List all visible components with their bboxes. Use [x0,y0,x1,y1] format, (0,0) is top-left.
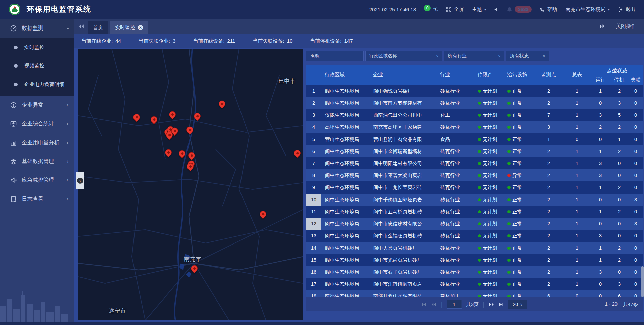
tabs-scroll-left-icon[interactable] [78,24,84,29]
table-row[interactable]: 17 阆中生态环境局 阆中市江南镇阆南页岩 砖瓦行业 无计划 正常 2 1 0 … [306,278,643,290]
table-row[interactable]: 5 营山生态环境局 营山县润丰肉食品有限 食品 无计划 正常 1 0 0 1 0 [306,133,643,145]
stat-value: 147 [344,38,353,44]
table-row[interactable]: 8 阆中生态环境局 阆中市枣碧大梁山页岩 砖瓦行业 无计划 异常 2 1 3 0… [306,169,643,181]
first-page-button[interactable] [422,302,427,307]
fullscreen-button[interactable]: 全屏 [446,6,464,13]
sidebar-item-日志查看[interactable]: 日志查看 ‹ [0,189,74,208]
row-facility-status: 正常 [504,145,535,157]
help-button[interactable]: 帮助 [540,6,557,13]
speaker-icon [494,7,499,12]
chevron-icon: ‹ [65,27,70,29]
table-row[interactable]: 13 阆中生态环境局 阆中市金福旺页岩机砖 砖瓦行业 无计划 正常 2 1 3 … [306,230,643,242]
row-running: 3 [591,157,610,169]
name-filter-field[interactable] [306,51,364,61]
tabs-scroll-right-icon[interactable] [599,24,605,29]
status-select[interactable]: 所有状态 ∨ [506,51,549,61]
chevron-icon: ‹ [67,121,68,126]
next-page-button[interactable] [489,302,494,307]
table-row[interactable]: 6 阆中生态环境局 阆中市金博瑞新型墙材 砖瓦行业 无计划 正常 2 1 1 2… [306,145,643,157]
sidebar-subitem-企业电力负荷明细[interactable]: 企业电力负荷明细 [0,75,74,94]
total-pages-label: 共3页 [466,301,478,308]
row-stopped: 2 [610,85,629,97]
tab-close-icon[interactable]: ✕ [138,25,143,30]
row-index: 8 [306,169,321,181]
bar-chart-icon [10,139,17,146]
tab-实时监控[interactable]: 实时监控 ✕ [110,21,148,34]
divider: | [441,301,443,308]
tabs-container: 首页 实时监控 ✕ [88,21,150,34]
sidebar-subitem-视频监控[interactable]: 视频监控 [0,57,74,75]
sidebar-collapse-button[interactable]: ‹ [76,172,84,189]
stat-item: 当前失联设备: 10 [253,38,292,44]
map-panel[interactable]: 巴中市南充市遂宁市 [78,49,303,320]
tab-首页[interactable]: 首页 [88,21,108,34]
notifications-button[interactable]: 2632 [507,6,532,13]
table-row[interactable]: 15 阆中生态环境局 阆中市光富页岩机砖厂 砖瓦行业 无计划 正常 2 1 1 … [306,254,643,266]
table-row[interactable]: 4 高坪生态环境局 南充市高坪区王家店建 砖瓦行业 无计划 正常 3 1 2 2… [306,121,643,133]
row-facility-status: 正常 [504,242,535,254]
total-records-label: 共47条 [623,301,638,308]
sidebar-item-企业综合统计[interactable]: 企业综合统计 ‹ [0,114,74,133]
row-running: 1 [591,181,610,194]
chevron-icon: ‹ [67,196,68,202]
page-size-select[interactable]: 20 ∨ [508,300,527,309]
table-row[interactable]: 16 阆中生态环境局 阆中市石子页岩机砖厂 砖瓦行业 无计划 正常 2 1 3 … [306,266,643,278]
temperature-unit: ℃ [433,7,438,12]
table-row[interactable]: 10 阆中生态环境局 阆中千佛镇五郎垭页岩 砖瓦行业 无计划 正常 2 1 0 … [306,194,643,206]
close-operations-button[interactable]: 关闭操作 [616,23,636,30]
table-row[interactable]: 14 阆中生态环境局 阆中大兴页岩机砖厂 砖瓦行业 无计划 正常 2 1 1 2… [306,242,643,254]
sidebar-item-企业异常[interactable]: 企业异常 ‹ [0,96,74,114]
row-region: 高坪生态环境局 [321,121,370,133]
row-facility-status: 正常 [504,218,535,230]
header-right: 2021-02-25 17:46:18 0 ℃ 全屏 主题 ▾ [369,6,644,13]
table-row[interactable]: 3 仪陇生态环境局 西南油气田分公司川中 化工 无计划 正常 7 1 3 5 0 [306,109,643,121]
sidebar-item-应急减排管理[interactable]: 应急减排管理 ‹ [0,171,74,189]
row-monitor-points: 2 [535,278,563,290]
row-facility-status: 正常 [504,157,535,169]
row-region: 阆中生态环境局 [321,194,370,206]
status-dot-icon [507,295,511,298]
table-row[interactable]: 11 阆中生态环境局 阆中市五马桥页岩机砖 砖瓦行业 无计划 正常 2 1 1 … [306,206,643,218]
page-number-input[interactable] [447,300,462,309]
col-meters: 总表 [563,65,591,85]
row-running: 1 [591,242,610,254]
region-select[interactable]: 行政区域名称 ∨ [365,51,442,61]
theme-dropdown[interactable]: 主题 ▾ [472,6,486,13]
row-index: 13 [306,230,321,242]
row-region: 阆中生态环境局 [321,218,370,230]
row-stopped: 6 [610,290,629,297]
org-dropdown[interactable]: 南充市生态环境局 ▾ [565,6,610,13]
row-meters: 1 [563,97,591,109]
sidebar-item-基础数据管理[interactable]: 基础数据管理 ‹ [0,152,74,171]
row-index: 17 [306,278,321,290]
sidebar-item-label: 日志查看 [22,196,43,203]
row-index: 7 [306,157,321,169]
row-monitor-points: 2 [535,242,563,254]
status-dot-icon [507,138,511,141]
mute-button[interactable] [494,7,499,12]
stat-value: 44 [115,38,121,44]
sidebar-item-企业用电量分析[interactable]: 企业用电量分析 ‹ [0,133,74,152]
chevron-down-icon: ∨ [543,54,545,58]
sidebar-subitem-实时监控[interactable]: 实时监控 [0,38,74,57]
table-row[interactable]: 1 阆中生态环境局 阆中强锐页岩砖厂 砖瓦行业 无计划 正常 2 1 1 2 0 [306,85,643,97]
prev-page-button[interactable] [431,302,437,307]
table-row[interactable]: 7 阆中生态环境局 阆中明阳建材有限公司 砖瓦行业 无计划 正常 2 1 3 0… [306,157,643,169]
row-meters: 1 [563,266,591,278]
status-dot-icon [507,198,511,201]
table-row[interactable]: 9 阆中生态环境局 阆中市二龙长宝页岩砖 砖瓦行业 无计划 正常 2 1 1 2… [306,181,643,194]
last-page-button[interactable] [499,302,504,307]
table-row[interactable]: 2 阆中生态环境局 阆中市南方节能建材有 砖瓦行业 无计划 正常 2 1 0 3… [306,97,643,109]
table-row[interactable]: 12 阆中生态环境局 阆中市忠信建材有限公 砖瓦行业 无计划 正常 2 1 0 … [306,218,643,230]
logout-label: 退出 [625,6,635,13]
table-row[interactable]: 18 南部生态环境局 南部县双佳水泥有限公 建材加工 无计划 正常 6 0 0 … [306,290,643,297]
row-monitor-points: 2 [535,194,563,206]
row-region: 阆中生态环境局 [321,230,370,242]
stat-value: 3 [173,38,175,44]
pagination-summary: 1 - 20 共47条 [605,301,643,308]
sidebar-item-数据监测[interactable]: 数据监测 ‹ [0,19,74,38]
table-scrollbar-thumb[interactable] [641,266,644,297]
name-search-input[interactable] [310,53,360,59]
logout-button[interactable]: 退出 [618,6,635,13]
industry-select[interactable]: 所有行业 ∨ [444,51,504,61]
